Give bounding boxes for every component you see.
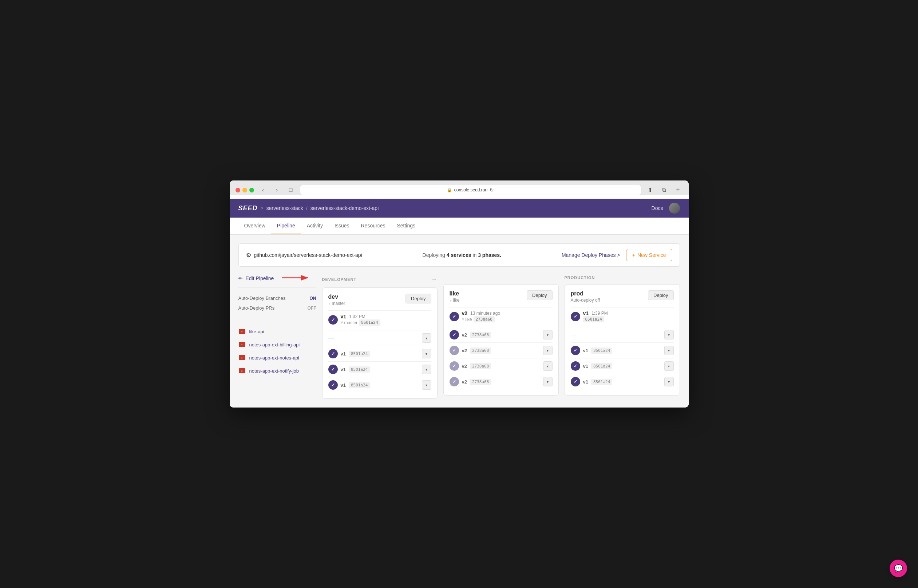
app-header-right: Docs — [651, 203, 680, 213]
breadcrumb-repo[interactable]: serverless-stack-demo-ext-api — [310, 205, 379, 211]
auto-deploy-prs-setting: Auto-Deploy PRs OFF — [238, 303, 316, 313]
prod-dropdown-1[interactable]: ▾ — [664, 330, 674, 339]
sidebar-service-billing-api[interactable]: notes-app-ext-billing-api — [238, 338, 316, 351]
service-name-notes-api: notes-app-ext-notes-api — [249, 355, 299, 360]
tab-activity[interactable]: Activity — [301, 218, 329, 234]
dev-service-row-2-left: v1 8501a24 — [328, 349, 370, 359]
docs-link[interactable]: Docs — [651, 205, 663, 211]
prod-deployment-info: v1 1:39 PM 8501a24 — [571, 310, 674, 322]
dev-deploy-branch: master — [344, 320, 358, 325]
chat-bubble-button[interactable]: 💬 — [890, 560, 907, 577]
pencil-icon: ✏ — [238, 275, 243, 281]
like-dropdown-4[interactable]: ▾ — [543, 377, 553, 386]
deploy-info-label: Deploying — [423, 252, 445, 258]
dev-service-commit-3: 8501a24 — [349, 367, 370, 373]
production-column: PRODUCTION prod Auto-deploy off — [564, 275, 680, 399]
tab-settings[interactable]: Settings — [391, 218, 421, 234]
dev-dropdown-1[interactable]: ▾ — [422, 333, 432, 343]
dev-stage-name: dev — [328, 294, 346, 300]
like-service-commit-1: 2738a68 — [470, 332, 491, 338]
service-icon-notes-api — [238, 355, 246, 360]
github-url[interactable]: github.com/jayair/serverless-stack-demo-… — [254, 252, 362, 258]
like-service-row-3-left: v2 2738a68 — [449, 361, 491, 371]
content-layout: ✏ Edit Pipeline — [238, 275, 680, 399]
browser-titlebar: ‹ › □ 🔒 console.seed.run ↻ ⬆ ⧉ + — [236, 185, 683, 195]
auto-deploy-prs-label: Auto-Deploy PRs — [238, 305, 275, 311]
service-name-notify-job: notes-app-ext-notify-job — [249, 368, 299, 374]
dev-commit-info: ⑂ master 8501a24 — [341, 320, 380, 326]
dev-service-row-4: v1 8501a24 ▾ — [328, 377, 432, 393]
prod-check-icon — [571, 312, 580, 321]
manage-deploy-phases-link[interactable]: Manage Deploy Phases > — [562, 252, 620, 258]
like-deployment-info: v2 13 minutes ago ⑂ like 2738a68 — [449, 310, 553, 322]
branch-icon-4: ⑂ — [462, 317, 464, 321]
prod-stage-branch: Auto-deploy off — [571, 298, 600, 303]
sidebar-service-like-api[interactable]: like-api — [238, 325, 316, 338]
sidebar-divider-2 — [238, 319, 316, 319]
like-dropdown-3[interactable]: ▾ — [543, 361, 553, 371]
tab-resources[interactable]: Resources — [355, 218, 391, 234]
minimize-dot[interactable] — [242, 188, 247, 192]
dev-deployment-info: v1 1:32 PM ⑂ master 8501a24 — [328, 313, 432, 326]
sidebar-divider-1 — [238, 287, 316, 288]
prod-deploy-button[interactable]: Deploy — [648, 290, 673, 300]
dev-commit-badge: 8501a24 — [359, 320, 380, 326]
back-button[interactable]: ‹ — [259, 186, 268, 194]
like-service-check-1 — [449, 330, 459, 339]
dev-service-version-3: v1 — [341, 367, 346, 372]
service-name-billing-api: notes-app-ext-billing-api — [249, 342, 300, 347]
forward-button[interactable]: › — [272, 186, 282, 194]
like-service-version-4: v2 — [462, 379, 467, 384]
prod-dropdown-3[interactable]: ▾ — [664, 361, 674, 371]
avatar[interactable] — [669, 203, 680, 213]
top-bar-left: ⚙ github.com/jayair/serverless-stack-dem… — [246, 252, 362, 259]
tab-pipeline[interactable]: Pipeline — [271, 218, 301, 234]
prod-dash-1: — — [571, 331, 577, 338]
close-dot[interactable] — [236, 188, 240, 192]
address-bar[interactable]: 🔒 console.seed.run ↻ — [300, 185, 642, 195]
phases-count: 3 phases. — [478, 252, 501, 258]
prod-time: 1:39 PM — [592, 311, 608, 316]
like-dropdown-2[interactable]: ▾ — [543, 346, 553, 355]
like-dropdown-1[interactable]: ▾ — [543, 330, 553, 339]
like-deploy-button[interactable]: Deploy — [527, 290, 552, 300]
auto-deploy-branches-value: ON — [310, 296, 316, 301]
new-tab-button[interactable]: + — [673, 186, 683, 194]
prod-service-commit-4: 8501a24 — [591, 379, 612, 385]
tab-overview[interactable]: Overview — [238, 218, 271, 234]
like-service-row-1: v2 2738a68 ▾ — [449, 327, 553, 342]
dev-dropdown-2[interactable]: ▾ — [422, 349, 432, 359]
dev-dropdown-4[interactable]: ▾ — [422, 380, 432, 390]
prod-dropdown-2[interactable]: ▾ — [664, 346, 674, 355]
service-icon-inner-3 — [239, 355, 245, 360]
auto-deploy-branches-label: Auto-Deploy Branches — [238, 296, 286, 301]
share-button[interactable]: ⬆ — [646, 186, 655, 194]
breadcrumb-org[interactable]: serverless-stack — [267, 205, 303, 211]
dev-service-row-2: v1 8501a24 ▾ — [328, 346, 432, 361]
dev-service-version-2: v1 — [341, 351, 346, 357]
prod-divider — [571, 307, 674, 307]
sidebar-service-notify-job[interactable]: notes-app-ext-notify-job — [238, 364, 316, 377]
prod-service-row-4: v1 8501a24 ▾ — [571, 374, 674, 389]
dev-deploy-button[interactable]: Deploy — [406, 294, 431, 304]
dev-time: 1:32 PM — [349, 314, 365, 319]
maximize-dot[interactable] — [249, 188, 254, 192]
sidebar-service-notes-api[interactable]: notes-app-ext-notes-api — [238, 351, 316, 364]
prod-service-row-1-left: — — [571, 331, 577, 338]
dev-check-icon — [328, 315, 338, 325]
prod-service-check-3 — [571, 361, 580, 371]
new-service-button[interactable]: + New Service — [626, 249, 672, 261]
tab-issues[interactable]: Issues — [329, 218, 355, 234]
tab-view-button[interactable]: □ — [286, 186, 296, 194]
like-service-row-3: v2 2738a68 ▾ — [449, 358, 553, 374]
edit-pipeline-label: Edit Pipeline — [246, 275, 274, 281]
app-logo: SEED — [238, 205, 258, 212]
prod-dropdown-4[interactable]: ▾ — [664, 377, 674, 386]
edit-pipeline-button[interactable]: ✏ Edit Pipeline — [238, 275, 316, 281]
dev-dropdown-3[interactable]: ▾ — [422, 365, 432, 374]
prod-service-check-4 — [571, 377, 580, 386]
services-count: 4 services — [447, 252, 471, 258]
edit-pipeline-arrow — [282, 274, 311, 283]
new-window-button[interactable]: ⧉ — [659, 186, 669, 194]
dev-service-commit-2: 8501a24 — [349, 351, 370, 357]
